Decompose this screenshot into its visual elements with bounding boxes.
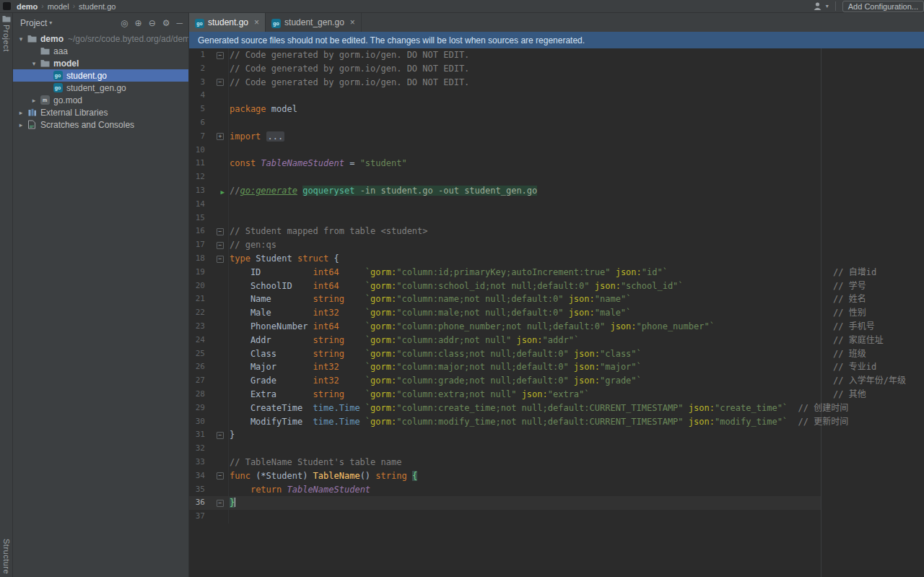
code-line-15[interactable]: 15 (189, 212, 924, 225)
code-line-37[interactable]: 37 (189, 510, 924, 524)
project-panel-title[interactable]: Project (20, 18, 47, 28)
gutter[interactable]: ▶ (205, 184, 228, 198)
gutter[interactable] (205, 456, 228, 469)
tree-item-demo[interactable]: ▾demo~/go/src/code.byted.org/ad/dem (13, 32, 188, 45)
editor-tab-student-go[interactable]: gostudent.go× (189, 13, 266, 32)
code-editor[interactable]: 1−// Code generated by gorm.io/gen. DO N… (189, 48, 924, 577)
line-number[interactable]: 25 (189, 347, 205, 361)
gutter[interactable] (205, 320, 228, 334)
collapse-all-icon[interactable]: ⊖ (149, 18, 156, 28)
settings-icon[interactable]: ⚙ (162, 18, 170, 28)
code-line-27[interactable]: 27 Grade int32 `gorm:"column:grade;not n… (189, 374, 924, 388)
line-number[interactable]: 20 (189, 279, 205, 293)
hide-icon[interactable]: ─ (176, 18, 183, 28)
gutter[interactable] (205, 266, 228, 279)
gutter[interactable] (205, 116, 228, 130)
fold-icon[interactable]: − (217, 500, 224, 507)
line-number[interactable]: 7 (189, 130, 205, 144)
line-number[interactable]: 24 (189, 334, 205, 347)
gutter[interactable]: − (205, 496, 228, 510)
user-icon[interactable] (813, 1, 822, 11)
structure-tool-button[interactable]: Structure (0, 539, 12, 574)
line-number[interactable]: 17 (189, 238, 205, 252)
code-line-25[interactable]: 25 Class string `gorm:"column:class;not … (189, 347, 924, 361)
code-line-10[interactable]: 10 (189, 144, 924, 157)
gutter[interactable] (205, 442, 228, 456)
code-line-6[interactable]: 6 (189, 116, 924, 130)
line-number[interactable]: 35 (189, 483, 205, 497)
code-line-13[interactable]: 13▶//go:generate goqueryset -in student.… (189, 184, 924, 198)
tree-item-scratches-and-consoles[interactable]: ▸Scratches and Consoles (13, 118, 188, 131)
gutter[interactable] (205, 347, 228, 361)
gutter[interactable] (205, 360, 228, 374)
line-number[interactable]: 14 (189, 198, 205, 212)
line-number[interactable]: 15 (189, 212, 205, 225)
fold-icon[interactable]: − (217, 256, 224, 263)
line-number[interactable]: 19 (189, 266, 205, 279)
close-tab-icon[interactable]: × (350, 17, 355, 27)
fold-icon[interactable]: − (217, 79, 224, 86)
code-line-28[interactable]: 28 Extra string `gorm:"column:extra;not … (189, 388, 924, 402)
code-line-21[interactable]: 21 Name string `gorm:"column:name;not nu… (189, 292, 924, 306)
code-line-29[interactable]: 29 CreateTime time.Time `gorm:"column:cr… (189, 402, 924, 415)
gutter[interactable]: − (205, 252, 228, 266)
breadcrumb-file[interactable]: student.go (79, 2, 116, 11)
fold-icon[interactable]: − (217, 228, 224, 235)
line-number[interactable]: 33 (189, 456, 205, 469)
gutter[interactable] (205, 198, 228, 212)
add-configuration-button[interactable]: Add Configuration... (842, 1, 924, 12)
code-line-2[interactable]: 2// Code generated by gorm.io/gen. DO NO… (189, 62, 924, 76)
gutter[interactable] (205, 89, 228, 103)
code-line-36[interactable]: 36−} (189, 496, 924, 510)
line-number[interactable]: 2 (189, 62, 205, 76)
fold-icon[interactable]: + (217, 133, 224, 140)
line-number[interactable]: 37 (189, 510, 205, 524)
fold-icon[interactable]: − (217, 472, 224, 480)
breadcrumb-folder[interactable]: model (48, 2, 69, 11)
gutter[interactable] (205, 170, 228, 184)
tree-item-aaa[interactable]: aaa (13, 45, 188, 57)
code-line-14[interactable]: 14 (189, 198, 924, 212)
line-number[interactable]: 22 (189, 306, 205, 320)
fold-icon[interactable]: − (217, 432, 224, 439)
gutter[interactable] (205, 510, 228, 524)
close-tab-icon[interactable]: × (254, 17, 259, 27)
line-number[interactable]: 34 (189, 469, 205, 483)
gutter[interactable] (205, 334, 228, 347)
line-number[interactable]: 32 (189, 442, 205, 456)
gutter[interactable] (205, 157, 228, 170)
code-line-34[interactable]: 34−func (*Student) TableName() string { (189, 469, 924, 483)
code-line-35[interactable]: 35 return TableNameStudent (189, 483, 924, 497)
line-number[interactable]: 18 (189, 252, 205, 266)
line-number[interactable]: 30 (189, 415, 205, 429)
gutter[interactable]: − (205, 428, 228, 442)
line-number[interactable]: 5 (189, 103, 205, 116)
chevron-right-icon[interactable]: ▸ (29, 97, 39, 104)
gutter[interactable] (205, 483, 228, 497)
code-line-23[interactable]: 23 PhoneNumber int64 `gorm:"column:phone… (189, 320, 924, 334)
code-line-32[interactable]: 32 (189, 442, 924, 456)
code-line-11[interactable]: 11const TableNameStudent = "student" (189, 157, 924, 170)
gutter[interactable] (205, 402, 228, 415)
line-number[interactable]: 26 (189, 360, 205, 374)
chevron-right-icon[interactable]: ▸ (16, 121, 26, 129)
tree-item-external-libraries[interactable]: ▸External Libraries (13, 106, 188, 118)
code-line-22[interactable]: 22 Male int32 `gorm:"column:male;not nul… (189, 306, 924, 320)
project-tool-button[interactable]: Project (0, 15, 12, 52)
gutter[interactable] (205, 306, 228, 320)
gutter[interactable] (205, 279, 228, 293)
fold-icon[interactable]: − (217, 242, 224, 249)
line-number[interactable]: 28 (189, 388, 205, 402)
gutter[interactable]: − (205, 225, 228, 238)
line-number[interactable]: 4 (189, 89, 205, 103)
breadcrumb-project[interactable]: demo (17, 2, 38, 11)
gutter[interactable] (205, 144, 228, 157)
gutter[interactable]: − (205, 238, 228, 252)
chevron-down-icon[interactable]: ▾ (49, 19, 52, 26)
line-number[interactable]: 13 (189, 184, 205, 198)
editor-tab-student-gen-go[interactable]: gostudent_gen.go× (266, 13, 362, 32)
gutter[interactable] (205, 292, 228, 306)
line-number[interactable]: 23 (189, 320, 205, 334)
code-line-12[interactable]: 12 (189, 170, 924, 184)
line-number[interactable]: 21 (189, 292, 205, 306)
